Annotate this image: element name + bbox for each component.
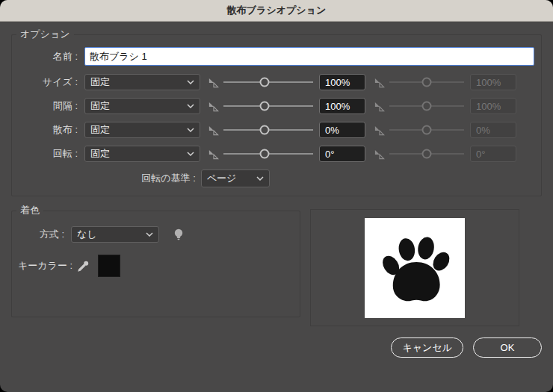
rotation-variation-value: 固定 bbox=[90, 147, 110, 161]
dialog-title: 散布ブラシオプション bbox=[227, 4, 326, 17]
scatter-random-slider-handle bbox=[422, 125, 432, 135]
brush-preview-canvas bbox=[365, 218, 465, 318]
rotation-random-value-field: 0° bbox=[470, 146, 516, 162]
scatter-value-field[interactable]: 0% bbox=[319, 122, 365, 138]
scatter-slider[interactable] bbox=[223, 122, 313, 138]
size-random-slider-handle bbox=[422, 78, 432, 87]
size-slider[interactable] bbox=[223, 74, 313, 90]
chevron-down-icon bbox=[187, 152, 194, 156]
scatter-variation-value: 固定 bbox=[90, 123, 110, 137]
rotation-relative-row: 回転の基準 : ページ bbox=[18, 167, 535, 190]
spacing-variation-dropdown[interactable]: 固定 bbox=[84, 98, 200, 114]
scatter-random-slider bbox=[389, 122, 464, 138]
dialog-titlebar[interactable]: 散布ブラシオプション bbox=[0, 0, 553, 22]
cancel-button[interactable]: キャンセル bbox=[391, 337, 463, 358]
spacing-random-slider bbox=[389, 98, 464, 114]
colorization-tips-lightbulb-icon[interactable] bbox=[173, 228, 185, 242]
spacing-variation-value: 固定 bbox=[90, 99, 110, 113]
ok-button[interactable]: OK bbox=[473, 337, 542, 358]
size-slider-handle[interactable] bbox=[260, 78, 270, 87]
scatter-random-value-field: 0% bbox=[470, 122, 516, 138]
options-group: オプション 名前 : サイズ : 固定 bbox=[11, 28, 542, 196]
rotation-relative-dropdown[interactable]: ページ bbox=[201, 169, 270, 187]
dialog-content: オプション 名前 : サイズ : 固定 bbox=[0, 28, 553, 358]
chevron-down-icon bbox=[187, 128, 194, 132]
options-group-legend: オプション bbox=[16, 28, 74, 41]
scatter-slider-handle[interactable] bbox=[260, 125, 270, 135]
rotation-slider-handle[interactable] bbox=[260, 149, 270, 159]
rotation-relative-value: ページ bbox=[207, 172, 237, 185]
colorization-method-row: 方式 : なし bbox=[18, 226, 294, 243]
minimum-marker-icon bbox=[208, 149, 219, 160]
maximum-marker-icon bbox=[374, 125, 385, 136]
method-label: 方式 : bbox=[18, 228, 64, 241]
rotation-variation-dropdown[interactable]: 固定 bbox=[84, 146, 200, 162]
brush-preview-panel bbox=[310, 209, 519, 326]
name-row: 名前 : bbox=[18, 47, 535, 66]
spacing-random-slider-handle bbox=[422, 102, 432, 111]
maximum-marker-icon bbox=[374, 101, 385, 112]
spacing-label: 間隔 : bbox=[18, 99, 78, 113]
eyedropper-icon[interactable] bbox=[76, 259, 90, 273]
rotation-slider[interactable] bbox=[223, 146, 313, 162]
colorization-group: 着色 方式 : なし bbox=[11, 204, 300, 317]
scatter-brush-options-dialog: 散布ブラシオプション オプション 名前 : サイズ : 固定 bbox=[0, 0, 553, 392]
chevron-down-icon bbox=[187, 104, 194, 108]
rotation-value-field[interactable]: 0° bbox=[319, 146, 365, 162]
size-label: サイズ : bbox=[18, 75, 78, 89]
maximum-marker-icon bbox=[374, 149, 385, 160]
spacing-row: 間隔 : 固定 100% bbox=[18, 94, 535, 118]
spacing-slider[interactable] bbox=[223, 98, 313, 114]
spacing-value-field[interactable]: 100% bbox=[319, 98, 365, 114]
size-row: サイズ : 固定 100% bbox=[18, 70, 535, 94]
brush-name-input[interactable] bbox=[84, 47, 534, 66]
colorization-group-legend: 着色 bbox=[16, 204, 43, 217]
size-variation-value: 固定 bbox=[90, 75, 110, 89]
key-color-label: キーカラー : bbox=[18, 259, 70, 273]
chevron-down-icon bbox=[256, 176, 264, 181]
key-color-row: キーカラー : bbox=[18, 255, 294, 277]
size-variation-dropdown[interactable]: 固定 bbox=[84, 74, 200, 90]
chevron-down-icon bbox=[187, 80, 194, 84]
key-color-swatch[interactable] bbox=[98, 255, 120, 277]
size-random-value-field: 100% bbox=[470, 74, 516, 90]
rotation-row: 回転 : 固定 0° bbox=[18, 142, 535, 166]
spacing-random-value-field: 100% bbox=[470, 98, 516, 114]
size-value-field[interactable]: 100% bbox=[319, 74, 365, 90]
bottom-section: 着色 方式 : なし bbox=[11, 204, 542, 326]
scatter-row: 散布 : 固定 0% bbox=[18, 118, 535, 142]
rotation-random-slider-handle bbox=[422, 149, 432, 159]
spacing-slider-handle[interactable] bbox=[260, 102, 270, 111]
rotation-label: 回転 : bbox=[18, 147, 78, 161]
minimum-marker-icon bbox=[208, 101, 219, 112]
colorization-method-dropdown[interactable]: なし bbox=[71, 226, 159, 243]
minimum-marker-icon bbox=[208, 77, 219, 88]
scatter-label: 散布 : bbox=[18, 123, 78, 137]
rotation-random-slider bbox=[389, 146, 464, 162]
colorization-method-value: なし bbox=[77, 228, 97, 241]
maximum-marker-icon bbox=[374, 77, 385, 88]
size-random-slider bbox=[389, 74, 464, 90]
chevron-down-icon bbox=[146, 232, 153, 237]
minimum-marker-icon bbox=[208, 125, 219, 136]
name-label: 名前 : bbox=[18, 50, 78, 63]
dialog-footer: キャンセル OK bbox=[11, 337, 542, 358]
rotation-relative-label: 回転の基準 : bbox=[141, 172, 196, 185]
paw-print-brush-preview bbox=[368, 222, 461, 314]
scatter-variation-dropdown[interactable]: 固定 bbox=[84, 122, 200, 138]
